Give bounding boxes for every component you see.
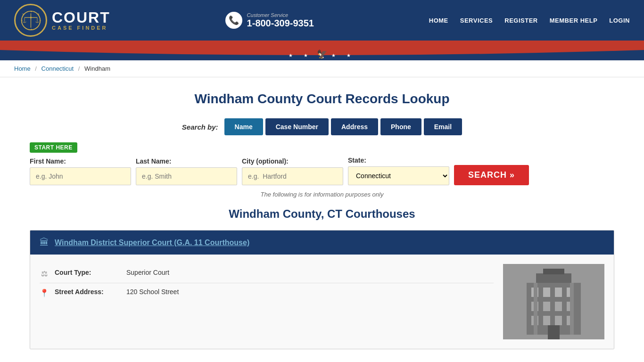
pin-icon: 📍	[40, 288, 49, 297]
tab-email[interactable]: Email	[424, 118, 462, 135]
tab-address[interactable]: Address	[331, 118, 378, 135]
courthouse-image	[503, 264, 604, 339]
breadcrumb-sep-2: /	[78, 65, 80, 72]
nav-member-help[interactable]: MEMBER HELP	[550, 17, 598, 24]
info-note: The following is for information purpose…	[30, 191, 614, 198]
search-button[interactable]: SEARCH »	[454, 165, 529, 185]
state-select[interactable]: Connecticut Alabama Alaska Arizona Arkan…	[348, 166, 449, 185]
courthouse-header: 🏛 Windham District Superior Court (G.A. …	[30, 230, 614, 255]
svg-rect-29	[548, 325, 560, 339]
svg-rect-27	[536, 273, 571, 283]
nav-register[interactable]: REGISTER	[504, 17, 537, 24]
cs-text: Customer Service 1-800-309-9351	[247, 12, 314, 29]
first-name-label: First Name:	[30, 157, 131, 165]
city-group: City (optional):	[242, 157, 343, 185]
court-type-label: Court Type:	[55, 269, 121, 276]
svg-point-3	[30, 16, 32, 18]
breadcrumb-home[interactable]: Home	[14, 65, 31, 72]
courthouse-details: ⚖ Court Type: Superior Court 📍 Street Ad…	[40, 264, 494, 339]
breadcrumb-sep-1: /	[35, 65, 37, 72]
first-name-group: First Name:	[30, 157, 131, 185]
nav-login[interactable]: LOGIN	[609, 17, 630, 24]
nav-services[interactable]: SERVICES	[460, 17, 493, 24]
page-title: Windham County Court Records Lookup	[30, 91, 614, 107]
svg-rect-24	[543, 316, 550, 325]
detail-row-address: 📍 Street Address: 120 School Street	[40, 283, 494, 302]
search-form: First Name: Last Name: City (optional): …	[30, 156, 614, 185]
courthouse-body: ⚖ Court Type: Superior Court 📍 Street Ad…	[30, 255, 614, 349]
cs-label: Customer Service	[247, 12, 314, 18]
court-type-value: Superior Court	[126, 269, 169, 276]
svg-rect-20	[543, 302, 550, 311]
courthouse-card: 🏛 Windham District Superior Court (G.A. …	[30, 230, 614, 349]
svg-rect-21	[555, 302, 562, 311]
logo-area: ★ ★ ★ ★ ★ ★ COURT CASE FINDER	[14, 4, 110, 37]
address-label: Street Address:	[55, 288, 121, 296]
state-label: State:	[348, 156, 449, 164]
courthouses-title: Windham County, CT Courthouses	[30, 207, 614, 221]
search-by-label: Search by:	[182, 123, 218, 131]
building-illustration	[503, 264, 604, 339]
svg-text:★: ★	[37, 13, 39, 15]
city-input[interactable]	[242, 167, 343, 185]
main-nav: HOME SERVICES REGISTER MEMBER HELP LOGIN	[429, 17, 630, 24]
city-label: City (optional):	[242, 157, 343, 165]
svg-rect-17	[555, 288, 562, 297]
main-content: Windham County Court Records Lookup Sear…	[16, 77, 628, 362]
customer-service: 📞 Customer Service 1-800-309-9351	[225, 12, 314, 29]
logo-circle: ★ ★ ★ ★ ★ ★	[14, 4, 47, 37]
state-group: State: Connecticut Alabama Alaska Arizon…	[348, 156, 449, 185]
phone-icon: 📞	[225, 12, 242, 29]
last-name-group: Last Name:	[136, 157, 237, 185]
gavel-icon: ⚖	[40, 269, 49, 278]
search-by-row: Search by: Name Case Number Address Phon…	[30, 118, 614, 135]
address-value: 120 School Street	[126, 288, 179, 296]
cs-phone: 1-800-309-9351	[247, 18, 314, 29]
courthouse-name-link[interactable]: Windham District Superior Court (G.A. 11…	[55, 239, 249, 247]
svg-rect-25	[555, 316, 562, 325]
svg-text:★: ★	[20, 19, 23, 22]
svg-text:★: ★	[22, 13, 24, 15]
svg-rect-31	[570, 283, 574, 335]
courthouse-icon: 🏛	[40, 237, 49, 248]
tab-name[interactable]: Name	[224, 118, 263, 135]
first-name-input[interactable]	[30, 167, 131, 185]
detail-row-court-type: ⚖ Court Type: Superior Court	[40, 264, 494, 283]
logo-text: COURT CASE FINDER	[52, 10, 110, 31]
breadcrumb-connecticut[interactable]: Connecticut	[41, 65, 74, 72]
logo-case-finder-text: CASE FINDER	[52, 25, 110, 31]
nav-home[interactable]: HOME	[429, 17, 448, 24]
start-here-badge: START HERE	[30, 142, 77, 153]
breadcrumb-windham: Windham	[84, 65, 110, 72]
svg-text:★: ★	[39, 19, 41, 22]
breadcrumb: Home / Connecticut / Windham	[0, 60, 644, 77]
tab-phone[interactable]: Phone	[380, 118, 421, 135]
last-name-input[interactable]	[136, 167, 237, 185]
last-name-label: Last Name:	[136, 157, 237, 165]
site-header: ★ ★ ★ ★ ★ ★ COURT CASE FINDER 📞 Customer…	[0, 0, 644, 60]
svg-rect-30	[534, 283, 537, 335]
svg-rect-28	[543, 269, 564, 274]
eagle-banner: ★ ★ 🦅 ★ ★	[289, 49, 355, 59]
tab-case-number[interactable]: Case Number	[265, 118, 329, 135]
logo-court-text: COURT	[52, 10, 110, 25]
svg-rect-16	[543, 288, 550, 297]
